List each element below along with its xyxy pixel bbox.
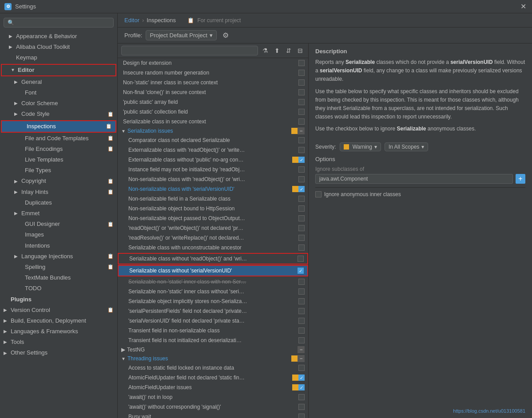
list-item[interactable]: 'await()' not in loop [118, 392, 308, 402]
item-checkbox[interactable] [298, 137, 305, 143]
filter-button[interactable]: ⚗ [261, 46, 270, 55]
item-checkbox[interactable] [298, 337, 305, 343]
sidebar-item-emmet[interactable]: ▶ Emmet [0, 208, 117, 219]
sidebar-item-intentions[interactable]: Intentions [0, 241, 117, 251]
list-item[interactable]: Access to static field locked on instanc… [118, 363, 308, 373]
list-item[interactable]: Transient field is not initialized on de… [118, 335, 308, 345]
list-item[interactable]: Non-serializable object bound to HttpSes… [118, 204, 308, 213]
list-item[interactable]: Non-serializable field in a Serializable… [118, 194, 308, 204]
item-checkbox[interactable] [298, 414, 305, 418]
list-item[interactable]: Serializable non-'static' inner class wi… [118, 287, 308, 296]
list-item[interactable]: Serializable class with unconstructable … [118, 243, 308, 252]
item-checkbox[interactable] [298, 279, 305, 285]
sidebar-item-images[interactable]: Images [0, 229, 117, 240]
sidebar-item-editor[interactable]: ▼ Editor [2, 65, 115, 75]
item-checkbox[interactable] [298, 157, 305, 163]
sidebar-item-plugins[interactable]: Plugins [0, 294, 117, 305]
section-testng[interactable]: ▶ TestNG − [118, 345, 308, 354]
item-checkbox[interactable] [298, 384, 305, 390]
list-item[interactable]: Transient field in non-serializable clas… [118, 326, 308, 335]
item-checkbox[interactable] [298, 89, 305, 95]
item-checkbox[interactable] [298, 99, 305, 105]
gear-button[interactable]: ⚙ [220, 30, 231, 40]
item-checkbox[interactable] [298, 60, 305, 66]
sidebar-item-alibaba[interactable]: ▶ Alibaba Cloud Toolkit [0, 42, 117, 52]
sidebar-item-general[interactable]: ▶ General [0, 77, 117, 87]
breadcrumb-parent[interactable]: Editor [124, 17, 139, 24]
list-item[interactable]: Comparator class not declared Serializab… [118, 135, 308, 145]
list-item[interactable]: Serializable class without 'readObject()… [119, 254, 307, 264]
list-item[interactable]: Serializable non-'static' inner class wi… [118, 277, 308, 287]
collapse-button[interactable]: − [298, 355, 305, 362]
item-checkbox[interactable] [298, 147, 305, 153]
sidebar-item-appearance[interactable]: ▶ Appearance & Behavior [0, 31, 117, 42]
severity-select[interactable]: Warning ▾ [340, 142, 381, 151]
sidebar-item-tools[interactable]: ▶ Tools [0, 337, 117, 347]
sidebar-item-inlayhints[interactable]: ▶ Inlay Hints 📋 [0, 187, 117, 197]
list-item[interactable]: Serializable class in secure context [118, 117, 308, 126]
collapse-button[interactable]: − [298, 127, 305, 134]
item-checkbox[interactable] [298, 404, 305, 410]
list-item[interactable]: Non-serializable class with 'readObject(… [118, 174, 308, 184]
sidebar-item-copyright[interactable]: ▶ Copyright 📋 [0, 176, 117, 186]
sidebar-item-livetemplates[interactable]: Live Templates [0, 154, 117, 165]
list-item[interactable]: 'public static' collection field [118, 107, 308, 117]
item-checkbox[interactable] [298, 118, 305, 125]
sidebar-item-versioncontrol[interactable]: ▶ Version Control 📋 [0, 305, 117, 315]
list-item[interactable]: 'serialPersistentFields' field not decla… [118, 306, 308, 316]
list-item[interactable]: Non-serializable object passed to Object… [118, 213, 308, 223]
list-item[interactable]: Serializable class without 'serialVersio… [119, 266, 307, 276]
sidebar-item-textmatebundles[interactable]: TextMate Bundles [0, 272, 117, 283]
item-checkbox[interactable] [298, 235, 305, 241]
sidebar-item-othersettings[interactable]: ▶ Other Settings [0, 347, 117, 358]
list-item[interactable]: Non-'static' inner class in secure conte… [118, 78, 308, 87]
close-button[interactable]: ✕ [519, 2, 528, 11]
category-serialization[interactable]: ▼ Serialization issues − [118, 126, 308, 135]
sidebar-item-filetypes[interactable]: File Types [0, 165, 117, 176]
item-checkbox[interactable] [298, 186, 305, 192]
item-checkbox[interactable] [298, 109, 305, 115]
sidebar-item-todo[interactable]: TODO [0, 283, 117, 294]
list-item[interactable]: Non-final 'clone()' in secure context [118, 87, 308, 97]
item-checkbox[interactable] [298, 256, 304, 262]
item-checkbox[interactable] [298, 268, 304, 274]
list-item[interactable]: Externalizable class with 'readObject()'… [118, 145, 308, 155]
list-item[interactable]: AtomicFieldUpdater field not declared 's… [118, 373, 308, 383]
collapse-all-button[interactable]: ⇵ [284, 46, 293, 55]
item-checkbox[interactable] [298, 166, 305, 173]
list-item[interactable]: Serializable object implicitly stores no… [118, 296, 308, 306]
list-item[interactable]: 'serialVersionUID' field not declared 'p… [118, 316, 308, 326]
bottom-url-link[interactable]: https://blog.csdn.net/u013100581 [453, 408, 525, 414]
list-item[interactable]: Busy wait [118, 412, 308, 418]
item-checkbox[interactable] [298, 176, 305, 182]
item-checkbox[interactable] [298, 205, 305, 212]
item-checkbox[interactable] [298, 308, 305, 314]
inspections-search-input[interactable] [121, 46, 258, 55]
add-button[interactable]: + [516, 174, 525, 184]
list-item[interactable]: 'public static' array field [118, 97, 308, 107]
ignore-input-field[interactable] [315, 174, 513, 184]
sidebar-item-font[interactable]: Font [0, 87, 117, 98]
category-threading[interactable]: ▼ Threading issues − [118, 354, 308, 363]
item-checkbox[interactable] [298, 288, 305, 295]
item-checkbox[interactable] [298, 215, 305, 221]
item-checkbox[interactable] [298, 244, 305, 251]
sidebar-item-colorscheme[interactable]: ▶ Color Scheme [0, 98, 117, 109]
list-item[interactable]: 'readObject()' or 'writeObject()' not de… [118, 223, 308, 233]
expand-all-button[interactable]: ⬆ [273, 46, 282, 55]
sidebar-item-codestyle[interactable]: ▶ Code Style 📋 [0, 109, 117, 119]
item-checkbox[interactable] [298, 225, 305, 231]
list-item[interactable]: Instance field may not be initialized by… [118, 165, 308, 174]
sidebar-search-input[interactable] [4, 18, 114, 28]
sidebar-item-spelling[interactable]: Spelling 📋 [0, 262, 117, 272]
list-item[interactable]: Non-serializable class with 'serialVersi… [118, 184, 308, 194]
item-checkbox[interactable] [298, 327, 305, 334]
sidebar-item-duplicates[interactable]: Duplicates [0, 197, 117, 208]
item-checkbox[interactable] [298, 394, 305, 400]
list-item[interactable]: 'await()' without corresponding 'signal(… [118, 402, 308, 412]
list-item[interactable]: Insecure random number generation [118, 68, 308, 78]
item-checkbox[interactable] [298, 196, 305, 202]
sidebar-item-languageinjections[interactable]: ▶ Language Injections 📋 [0, 251, 117, 262]
list-item[interactable]: 'readResolve()' or 'writeReplace()' not … [118, 233, 308, 243]
settings-icon-button[interactable]: ⊟ [296, 46, 305, 55]
